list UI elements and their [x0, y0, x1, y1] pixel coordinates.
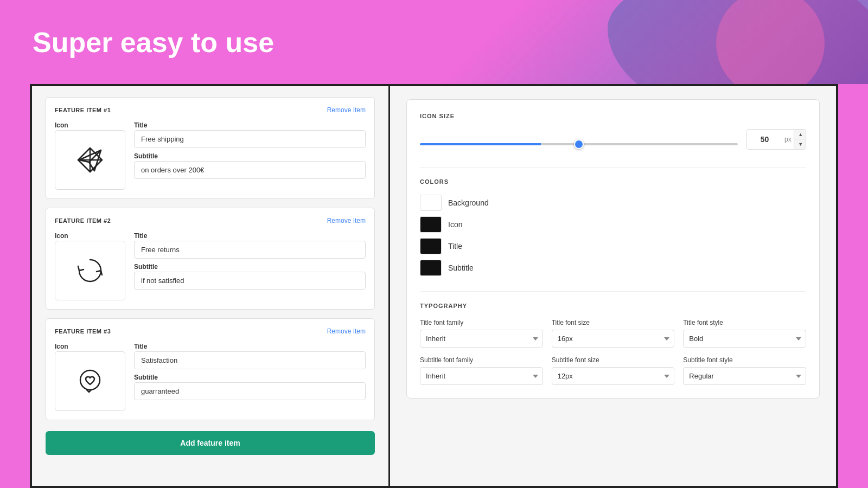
- icon-color-swatch[interactable]: [420, 216, 442, 233]
- feature-row-3: Icon Title Subtitle: [55, 343, 366, 411]
- divider-1: [420, 167, 806, 168]
- subtitle-font-style-label: Subtitle font style: [683, 356, 806, 364]
- icon-label-2: Icon: [55, 232, 125, 240]
- heart-chat-icon: [74, 365, 106, 397]
- icon-size-slider[interactable]: [420, 143, 738, 145]
- icon-label-1: Icon: [55, 121, 125, 129]
- icon-color-label: Icon: [448, 220, 462, 229]
- subtitle-group-1: Subtitle: [134, 152, 366, 179]
- title-label-3: Title: [134, 343, 366, 350]
- page-title: Super easy to use: [33, 26, 274, 59]
- icon-box-3[interactable]: [55, 351, 125, 411]
- icon-box-2[interactable]: [55, 241, 125, 300]
- remove-item-3-button[interactable]: Remove Item: [327, 328, 366, 335]
- title-font-family-label: Title font family: [420, 319, 543, 326]
- subtitle-input-2[interactable]: [134, 272, 366, 290]
- subtitle-input-1[interactable]: [134, 161, 366, 179]
- subtitle-label-1: Subtitle: [134, 152, 366, 160]
- icon-size-title: ICON SIZE: [420, 113, 806, 119]
- color-row-background: Background: [420, 195, 806, 211]
- subtitle-font-family-group: Subtitle font family Inherit: [420, 356, 543, 385]
- title-font-style-group: Title font style Bold: [683, 319, 806, 348]
- slider-arrows: ▲ ▼: [794, 130, 806, 149]
- title-input-1[interactable]: [134, 130, 366, 148]
- fields-3: Title Subtitle: [134, 343, 366, 411]
- divider-2: [420, 291, 806, 292]
- subtitle-label-2: Subtitle: [134, 263, 366, 271]
- feature-header-1: FEATURE ITEM #1 Remove Item: [55, 106, 366, 114]
- settings-card: ICON SIZE px ▲ ▼ COLORS: [406, 99, 820, 399]
- feature-row-1: Icon Title: [55, 121, 366, 190]
- main-content: FEATURE ITEM #1 Remove Item Icon: [30, 84, 838, 488]
- left-panel: FEATURE ITEM #1 Remove Item Icon: [32, 86, 390, 486]
- title-font-size-label: Title font size: [552, 319, 675, 326]
- title-color-swatch[interactable]: [420, 238, 442, 254]
- subtitle-label-3: Subtitle: [134, 374, 366, 381]
- title-font-style-label: Title font style: [683, 319, 806, 326]
- icon-section-3: Icon: [55, 343, 125, 411]
- subtitle-group-3: Subtitle: [134, 374, 366, 400]
- slider-up-arrow[interactable]: ▲: [794, 130, 806, 139]
- title-font-size-select[interactable]: 16px: [552, 330, 675, 348]
- title-font-family-select[interactable]: Inherit: [420, 330, 543, 348]
- remove-item-1-button[interactable]: Remove Item: [327, 106, 366, 114]
- slider-unit: px: [782, 136, 794, 143]
- send-icon: [74, 144, 106, 176]
- subtitle-font-family-select[interactable]: Inherit: [420, 367, 543, 385]
- icon-section-2: Icon: [55, 232, 125, 300]
- colors-section: COLORS Background Icon Title Subtitle: [420, 178, 806, 276]
- slider-row: px ▲ ▼: [420, 129, 806, 150]
- feature-header-2: FEATURE ITEM #2 Remove Item: [55, 217, 366, 224]
- remove-item-2-button[interactable]: Remove Item: [327, 217, 366, 224]
- subtitle-font-size-label: Subtitle font size: [552, 356, 675, 364]
- title-font-size-group: Title font size 16px: [552, 319, 675, 348]
- subtitle-font-family-label: Subtitle font family: [420, 356, 543, 364]
- title-input-3[interactable]: [134, 351, 366, 369]
- icon-box-1[interactable]: [55, 130, 125, 190]
- slider-track[interactable]: [420, 138, 738, 141]
- subtitle-font-size-group: Subtitle font size 12px: [552, 356, 675, 385]
- subtitle-font-style-select[interactable]: Regular: [683, 367, 806, 385]
- header: Super easy to use: [0, 0, 868, 84]
- title-label-1: Title: [134, 121, 366, 129]
- subtitle-input-3[interactable]: [134, 382, 366, 400]
- subtitle-font-style-group: Subtitle font style Regular: [683, 356, 806, 385]
- subtitle-color-swatch[interactable]: [420, 260, 442, 276]
- refresh-icon: [74, 254, 106, 287]
- subtitle-font-size-select[interactable]: 12px: [552, 367, 675, 385]
- feature-label-2: FEATURE ITEM #2: [55, 217, 111, 224]
- title-group-3: Title: [134, 343, 366, 369]
- color-row-icon: Icon: [420, 216, 806, 233]
- add-feature-button[interactable]: Add feature item: [46, 431, 375, 455]
- title-input-2[interactable]: [134, 241, 366, 259]
- right-panel: ICON SIZE px ▲ ▼ COLORS: [390, 86, 836, 486]
- icon-label-3: Icon: [55, 343, 125, 350]
- slider-value-input[interactable]: [747, 132, 782, 147]
- feature-row-2: Icon Title Subtitle: [55, 232, 366, 300]
- slider-value-box: px ▲ ▼: [746, 129, 806, 150]
- feature-item-3: FEATURE ITEM #3 Remove Item Icon: [46, 318, 375, 420]
- color-row-subtitle: Subtitle: [420, 260, 806, 276]
- title-color-label: Title: [448, 242, 462, 251]
- typography-grid: Title font family Inherit Title font siz…: [420, 319, 806, 385]
- color-row-title: Title: [420, 238, 806, 254]
- feature-item-2: FEATURE ITEM #2 Remove Item Icon: [46, 208, 375, 310]
- icon-section-1: Icon: [55, 121, 125, 190]
- title-font-style-select[interactable]: Bold: [683, 330, 806, 348]
- svg-point-4: [80, 370, 100, 390]
- fields-1: Title Subtitle: [134, 121, 366, 190]
- title-group-2: Title: [134, 232, 366, 259]
- title-group-1: Title: [134, 121, 366, 148]
- background-color-swatch[interactable]: [420, 195, 442, 211]
- subtitle-group-2: Subtitle: [134, 263, 366, 290]
- title-label-2: Title: [134, 232, 366, 240]
- feature-label-1: FEATURE ITEM #1: [55, 107, 111, 113]
- background-color-label: Background: [448, 198, 489, 207]
- header-blob2: [716, 0, 825, 84]
- slider-down-arrow[interactable]: ▼: [794, 139, 806, 149]
- feature-header-3: FEATURE ITEM #3 Remove Item: [55, 328, 366, 335]
- title-font-family-group: Title font family Inherit: [420, 319, 543, 348]
- feature-item-1: FEATURE ITEM #1 Remove Item Icon: [46, 97, 375, 199]
- fields-2: Title Subtitle: [134, 232, 366, 300]
- typography-title: TYPOGRAPHY: [420, 303, 806, 309]
